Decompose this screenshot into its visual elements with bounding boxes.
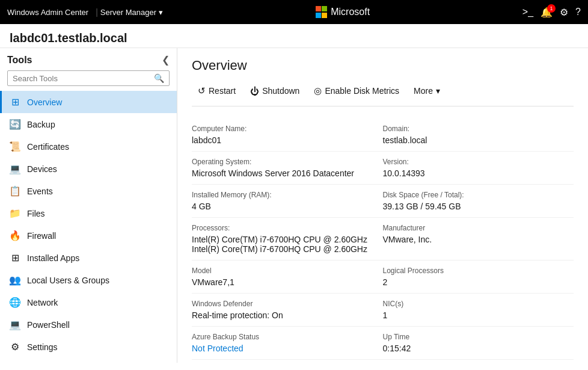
sidebar-item-installed-apps[interactable]: ⊞ Installed Apps [0,247,177,269]
info-value: VMware, Inc. [383,235,562,244]
shutdown-icon: ⏻ [250,86,259,96]
installed-apps-icon: ⊞ [9,252,21,264]
disk-icon: ◎ [314,85,322,96]
help-button[interactable]: ? [575,7,581,17]
sidebar-collapse-button[interactable]: ❮ [162,54,170,66]
topbar-center: Microsoft [163,6,522,18]
info-cell: Manufacturer VMware, Inc. [383,218,574,261]
info-label: Azure Backup Status [192,333,371,341]
sidebar-item-local-users-groups[interactable]: 👥 Local Users & Groups [0,269,177,291]
terminal-icon: >_ [522,7,533,17]
info-value[interactable]: Not Protected [192,344,371,353]
main-layout: Tools ❮ 🔍 ⊞ Overview 🔄 Backup 📜 Certific… [0,48,588,363]
search-input[interactable] [13,74,150,83]
info-cell: Operating System: Microsoft Windows Serv… [192,152,383,185]
info-value: labdc01 [192,135,371,145]
ms-sq-red [316,6,321,11]
shutdown-label: Shutdown [262,86,299,96]
info-value: 4 GB [192,202,371,211]
page-title: labdc01.testlab.local [10,31,578,45]
firewall-icon: 🔥 [9,230,21,241]
enable-disk-button[interactable]: ◎ Enable Disk Metrics [308,83,405,99]
info-value: 39.13 GB / 59.45 GB [383,202,562,211]
sidebar-item-events[interactable]: 📋 Events [0,180,177,202]
terminal-button[interactable]: >_ [522,7,533,17]
ms-sq-yellow [322,13,327,18]
info-cell: Up Time 0:15:42 [383,327,574,360]
info-cell: Installed Memory (RAM): 4 GB [192,185,383,218]
info-grid: Computer Name: labdc01 Domain: testlab.l… [192,119,574,360]
settings-icon: ⚙ [9,341,21,353]
sidebar-item-label: Settings [27,342,58,352]
sidebar-item-label: Installed Apps [27,253,79,263]
info-label: Logical Processors [383,267,562,275]
info-cell: Logical Processors 2 [383,261,574,294]
ms-sq-blue [316,13,321,18]
sidebar-header: Tools ❮ [0,48,177,70]
sidebar-item-firewall[interactable]: 🔥 Firewall [0,224,177,247]
search-box: 🔍 [7,70,170,86]
sidebar-item-files[interactable]: 📁 Files [0,202,177,224]
info-value: 2 [383,277,562,287]
devices-icon: 💻 [9,163,21,174]
topbar-divider: | [96,7,98,17]
sidebar-item-certificates[interactable]: 📜 Certificates [0,135,177,158]
notifications-button[interactable]: 🔔 1 [541,7,553,18]
topbar-icons: >_ 🔔 1 ⚙ ? [522,7,581,18]
search-button[interactable]: 🔍 [154,73,164,83]
overview-icon: ⊞ [9,96,21,108]
sidebar-item-devices[interactable]: 💻 Devices [0,158,177,180]
info-label: Operating System: [192,158,371,166]
info-label: Disk Space (Free / Total): [383,191,562,199]
server-manager-menu[interactable]: Server Manager ▾ [100,8,163,17]
info-cell: Processors: Intel(R) Core(TM) i7-6700HQ … [192,218,383,261]
info-value: Intel(R) Core(TM) i7-6700HQ CPU @ 2.60GH… [192,235,371,254]
info-value: Real-time protection: On [192,310,371,320]
page-header: labdc01.testlab.local [0,24,588,48]
events-icon: 📋 [9,185,21,197]
info-label: Processors: [192,224,371,232]
sidebar-item-backup[interactable]: 🔄 Backup [0,113,177,135]
microsoft-label: Microsoft [331,7,370,17]
powershell-icon: 💻 [9,319,21,330]
settings-button[interactable]: ⚙ [560,7,568,18]
network-icon: 🌐 [9,297,21,308]
info-label: Windows Defender [192,300,371,308]
info-cell: Model VMware7,1 [192,261,383,294]
files-icon: 📁 [9,208,21,219]
sidebar-item-label: Network [27,298,58,307]
sidebar-item-settings[interactable]: ⚙ Settings [0,336,177,358]
sidebar-item-label: Local Users & Groups [27,276,109,285]
sidebar-item-network[interactable]: 🌐 Network [0,291,177,313]
more-button[interactable]: More ▾ [408,84,446,98]
shutdown-button[interactable]: ⏻ Shutdown [244,84,305,99]
info-cell: Disk Space (Free / Total): 39.13 GB / 59… [383,185,574,218]
info-cell: Computer Name: labdc01 [192,119,383,152]
sidebar-item-label: Overview [27,97,62,107]
info-label: Up Time [383,333,562,341]
info-value: 1 [383,310,562,320]
search-icon: 🔍 [154,73,164,83]
info-label: Domain: [383,125,562,133]
microsoft-logo: Microsoft [316,6,370,18]
sidebar-item-label: Devices [27,164,57,174]
server-manager-label: Server Manager [100,8,156,17]
notification-badge: 1 [547,4,556,13]
sidebar-tools-title: Tools [7,55,32,66]
restart-button[interactable]: ↺ Restart [192,83,242,99]
sidebar-item-label: Backup [27,120,55,129]
info-label: Version: [383,158,562,166]
ms-sq-green [322,6,327,11]
sidebar-item-overview[interactable]: ⊞ Overview [0,91,177,113]
sidebar-item-powershell[interactable]: 💻 PowerShell [0,313,177,336]
gear-icon: ⚙ [560,7,568,18]
sidebar-item-label: Events [27,187,53,196]
backup-icon: 🔄 [9,119,21,130]
info-value: 0:15:42 [383,344,562,353]
topbar: Windows Admin Center | Server Manager ▾ … [0,0,588,24]
sidebar-item-label: Files [27,209,45,218]
sidebar-item-label: Certificates [27,142,69,152]
info-cell: Azure Backup Status Not Protected [192,327,383,360]
info-label: NIC(s) [383,300,562,308]
action-bar: ↺ Restart ⏻ Shutdown ◎ Enable Disk Metri… [192,83,574,106]
